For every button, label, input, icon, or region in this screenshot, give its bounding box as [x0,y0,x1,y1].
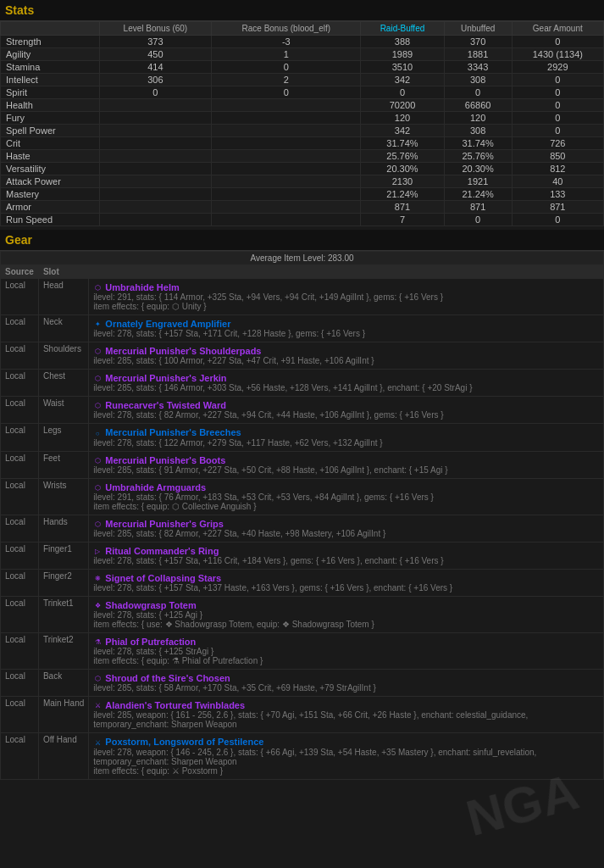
stat-race-bonus [212,214,361,226]
item-source: Local [1,397,39,424]
item-details: ○ Mercurial Punisher's Breeches ilevel: … [89,424,604,451]
stat-label: Attack Power [1,175,100,188]
item-slot: Trinket2 [38,633,88,670]
stats-title: Stats [0,0,604,21]
gear-item-row: Local Off Hand ⚔ Poxstorm, Longsword of … [1,733,604,779]
item-name-row: ⬡ Umbrahide Helm [93,282,599,292]
item-details: ⬡ Mercurial Punisher's Boots ilevel: 285… [89,451,604,478]
stat-raid-buffed: 31.74% [361,137,444,150]
stats-row: Mastery 21.24% 21.24% 133 [1,188,604,201]
item-details: ✦ Ornately Engraved Amplifier ilevel: 27… [89,315,604,342]
item-details: ▷ Ritual Commander's Ring ilevel: 278, s… [89,542,604,569]
stat-level-bonus [99,137,212,150]
stat-unbuffed: 3343 [444,61,512,74]
stat-gear: 0 [512,36,603,48]
stats-row: Versatility 20.30% 20.30% 812 [1,163,604,175]
stat-level-bonus [99,112,212,125]
stats-row: Attack Power 2130 1921 40 [1,175,604,188]
item-name-row: ✦ Ornately Engraved Amplifier [93,319,599,329]
stat-label: Fury [1,112,100,125]
item-source: Local [1,424,39,451]
gear-item-row: Local Finger1 ▷ Ritual Commander's Ring … [1,542,604,569]
stats-col-level: Level Bonus (60) [99,22,212,36]
stat-level-bonus [99,163,212,175]
stat-unbuffed: 20.30% [444,163,512,175]
item-stats: ilevel: 278, stats: { +157 Sta, +116 Cri… [93,556,599,565]
stat-race-bonus [212,201,361,214]
stat-gear: 0 [512,74,603,86]
gear-item-row: Local Back ⬡ Shroud of the Sire's Chosen… [1,670,604,697]
gear-col-slot: Slot [38,265,88,279]
item-icon: ⚗ [93,638,102,647]
item-name: Runecarver's Twisted Ward [105,400,226,410]
item-source: Local [1,697,39,733]
stat-label: Strength [1,36,100,48]
stats-header-row: Level Bonus (60) Race Bonus (blood_elf) … [1,22,604,36]
item-icon: ⬡ [93,484,102,492]
stat-raid-buffed: 25.76% [361,150,444,163]
item-name: Shadowgrasp Totem [105,600,196,610]
gear-item-row: Local Wrists ⬡ Umbrahide Armguards ileve… [1,478,604,515]
gear-item-row: Local Trinket2 ⚗ Phial of Putrefaction i… [1,633,604,670]
stat-unbuffed: 308 [444,74,512,86]
item-icon: ⚔ [93,702,102,710]
item-details: ⬡ Umbrahide Helm ilevel: 291, stats: { 1… [89,279,604,315]
item-name: Mercurial Punisher's Jerkin [105,373,226,383]
stat-unbuffed: 0 [444,214,512,226]
item-name-row: ❖ Shadowgrasp Totem [93,600,599,610]
gear-title: Gear [0,230,604,251]
item-extra: item effects: { equip: ⬡ Unity } [93,302,599,311]
item-name: Alandien's Tortured Twinblades [105,700,245,710]
item-icon: ⬡ [93,402,102,410]
item-name-row: ⬡ Runecarver's Twisted Ward [93,400,599,410]
stat-raid-buffed: 20.30% [361,163,444,175]
item-source: Local [1,478,39,515]
stat-raid-buffed: 342 [361,125,444,137]
stat-label: Mastery [1,188,100,201]
item-icon: ✦ [93,320,102,329]
stat-label: Spell Power [1,125,100,137]
stats-row: Haste 25.76% 25.76% 850 [1,150,604,163]
stat-unbuffed: 370 [444,36,512,48]
stat-level-bonus: 373 [99,36,212,48]
item-stats: ilevel: 285, stats: { 82 Armor, +227 Sta… [93,529,599,538]
item-source: Local [1,515,39,542]
stat-unbuffed: 66860 [444,99,512,112]
stat-race-bonus [212,125,361,137]
item-stats: ilevel: 291, stats: { 76 Armor, +183 Sta… [93,492,599,502]
stat-raid-buffed: 871 [361,201,444,214]
item-slot: Back [38,670,88,697]
stat-gear: 0 [512,125,603,137]
stat-race-bonus [212,112,361,125]
stat-level-bonus: 450 [99,48,212,61]
item-details: ❖ Shadowgrasp Totem ilevel: 278, stats: … [89,597,604,633]
stat-raid-buffed: 7 [361,214,444,226]
item-stats: ilevel: 285, weapon: { 161 - 256, 2.6 },… [93,710,599,729]
item-name-row: ▷ Ritual Commander's Ring [93,546,599,556]
stat-gear: 812 [512,163,603,175]
gear-item-row: Local Chest ⬡ Mercurial Punisher's Jerki… [1,370,604,397]
item-slot: Main Hand [38,697,88,733]
stats-row: Run Speed 7 0 0 [1,214,604,226]
stats-col-race: Race Bonus (blood_elf) [212,22,361,36]
stat-unbuffed: 21.24% [444,188,512,201]
stat-raid-buffed: 1989 [361,48,444,61]
item-stats: ilevel: 291, stats: { 114 Armor, +325 St… [93,292,599,302]
stat-label: Intellect [1,74,100,86]
item-stats: ilevel: 285, stats: { 146 Armor, +303 St… [93,383,599,392]
gear-section: Gear Average Item Level: 283.00 Source S… [0,230,604,780]
stat-race-bonus [212,137,361,150]
stats-col-label [1,22,100,36]
stat-raid-buffed: 0 [361,86,444,99]
stat-race-bonus [212,99,361,112]
stat-label: Agility [1,48,100,61]
item-stats: ilevel: 285, stats: { 100 Armor, +227 St… [93,356,599,365]
gear-item-row: Local Main Hand ⚔ Alandien's Tortured Tw… [1,697,604,733]
stat-level-bonus: 414 [99,61,212,74]
stat-unbuffed: 120 [444,112,512,125]
item-icon: ▷ [93,548,102,556]
item-icon: ⬡ [93,284,102,292]
stat-race-bonus: 0 [212,86,361,99]
item-stats: ilevel: 278, stats: { +157 Sta, +137 Has… [93,583,599,593]
item-extra: item effects: { equip: ⚔ Poxstorm } [93,766,599,776]
